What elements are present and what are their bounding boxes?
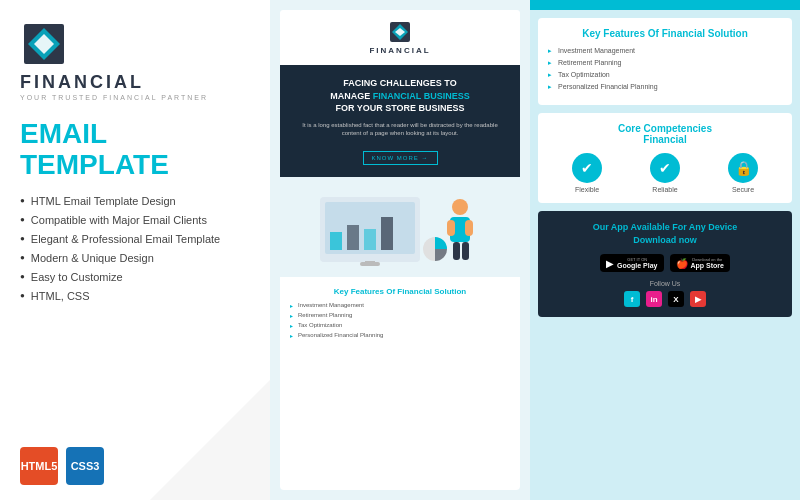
svg-rect-9 xyxy=(347,225,359,250)
know-more-button[interactable]: KNOW MORE → xyxy=(363,151,438,165)
logo-area: FINANCIAL YOUR TRUSTED FINANCIAL PARTNER xyxy=(20,20,250,101)
ep-logo-icon xyxy=(388,20,412,44)
email-preview: FINANCIAL FACING CHALLENGES TO MANAGE FI… xyxy=(280,10,520,490)
right-panel: Key Features Of Financial Solution Inves… xyxy=(530,0,800,500)
svg-rect-18 xyxy=(453,242,460,260)
reliable-label: Reliable xyxy=(652,186,677,193)
ep-hero-title: FACING CHALLENGES TO MANAGE FINANCIAL BU… xyxy=(292,77,508,115)
flexible-label: Flexible xyxy=(575,186,599,193)
rp-feature-item: Investment Management xyxy=(548,47,782,54)
center-panel: FINANCIAL FACING CHALLENGES TO MANAGE FI… xyxy=(270,0,530,500)
ep-features-title: Key Features Of Financial Solution xyxy=(290,287,510,296)
list-item: HTML Email Template Design xyxy=(20,195,250,207)
list-item: Modern & Unique Design xyxy=(20,252,250,264)
tech-badges: HTML5 CSS3 xyxy=(20,447,250,485)
svg-rect-19 xyxy=(462,242,469,260)
left-panel: FINANCIAL YOUR TRUSTED FINANCIAL PARTNER… xyxy=(0,0,270,500)
features-list: HTML Email Template Design Compatible wi… xyxy=(20,195,250,309)
ep-feature-item: Retirement Planning xyxy=(290,312,510,318)
ep-hero-body: It is a long established fact that a rea… xyxy=(292,121,508,138)
rp-competencies-section: Core Competencies Financial ✔ Flexible ✔… xyxy=(538,113,792,203)
reliable-icon: ✔ xyxy=(650,153,680,183)
secure-icon: 🔒 xyxy=(728,153,758,183)
rp-app-title: Our App Available For Any Device Downloa… xyxy=(548,221,782,246)
svg-point-14 xyxy=(452,199,468,215)
list-item: Elegant & Professional Email Template xyxy=(20,233,250,245)
list-item: Compatible with Major Email Clients xyxy=(20,214,250,226)
ep-illustration xyxy=(290,187,510,267)
youtube-icon[interactable]: ▶ xyxy=(690,291,706,307)
ep-feature-item: Tax Optimization xyxy=(290,322,510,328)
rp-social-icons: f in X ▶ xyxy=(548,291,782,307)
rp-key-features-section: Key Features Of Financial Solution Inves… xyxy=(538,18,792,105)
rp-top-accent xyxy=(530,0,800,10)
apple-icon: 🍎 xyxy=(676,258,688,269)
competency-secure: 🔒 Secure xyxy=(728,153,758,193)
svg-rect-17 xyxy=(465,220,473,236)
instagram-icon[interactable]: in xyxy=(646,291,662,307)
flexible-icon: ✔ xyxy=(572,153,602,183)
twitter-icon[interactable]: X xyxy=(668,291,684,307)
html5-badge: HTML5 xyxy=(20,447,58,485)
email-template-title: EMAIL TEMPLATE xyxy=(20,119,250,181)
rp-feature-item: Retirement Planning xyxy=(548,59,782,66)
list-item: Easy to Customize xyxy=(20,271,250,283)
ep-header: FINANCIAL xyxy=(280,10,520,65)
svg-rect-11 xyxy=(381,217,393,250)
rp-store-btns: ▶ GET IT ON Google Play 🍎 Download on th… xyxy=(548,254,782,272)
ep-feature-item: Investment Management xyxy=(290,302,510,308)
ep-features: Key Features Of Financial Solution Inves… xyxy=(280,277,520,352)
svg-rect-10 xyxy=(364,229,376,250)
ep-feature-item: Personalized Financial Planning xyxy=(290,332,510,338)
svg-rect-16 xyxy=(447,220,455,236)
svg-rect-8 xyxy=(330,232,342,250)
rp-feature-item: Personalized Financial Planning xyxy=(548,83,782,90)
google-play-text: GET IT ON Google Play xyxy=(617,257,657,269)
ep-hero: FACING CHALLENGES TO MANAGE FINANCIAL BU… xyxy=(280,65,520,177)
logo-sub: YOUR TRUSTED FINANCIAL PARTNER xyxy=(20,94,208,101)
competency-flexible: ✔ Flexible xyxy=(572,153,602,193)
app-store-text: Download on the App Store xyxy=(691,257,724,269)
logo-text: FINANCIAL xyxy=(20,72,144,93)
google-play-button[interactable]: ▶ GET IT ON Google Play xyxy=(600,254,663,272)
list-item: HTML, CSS xyxy=(20,290,250,302)
logo-icon xyxy=(20,20,68,68)
rp-competencies-title: Core Competencies Financial xyxy=(548,123,782,145)
rp-key-features-title: Key Features Of Financial Solution xyxy=(548,28,782,39)
google-play-icon: ▶ xyxy=(606,258,614,269)
app-store-button[interactable]: 🍎 Download on the App Store xyxy=(670,254,730,272)
rp-app-section: Our App Available For Any Device Downloa… xyxy=(538,211,792,317)
secure-label: Secure xyxy=(732,186,754,193)
ep-image-section xyxy=(280,177,520,277)
svg-rect-13 xyxy=(365,261,375,264)
competency-reliable: ✔ Reliable xyxy=(650,153,680,193)
css3-badge: CSS3 xyxy=(66,447,104,485)
rp-icons-row: ✔ Flexible ✔ Reliable 🔒 Secure xyxy=(548,153,782,193)
rp-feature-item: Tax Optimization xyxy=(548,71,782,78)
facebook-icon[interactable]: f xyxy=(624,291,640,307)
ep-logo-text: FINANCIAL xyxy=(369,46,430,55)
follow-us-label: Follow Us xyxy=(548,280,782,287)
